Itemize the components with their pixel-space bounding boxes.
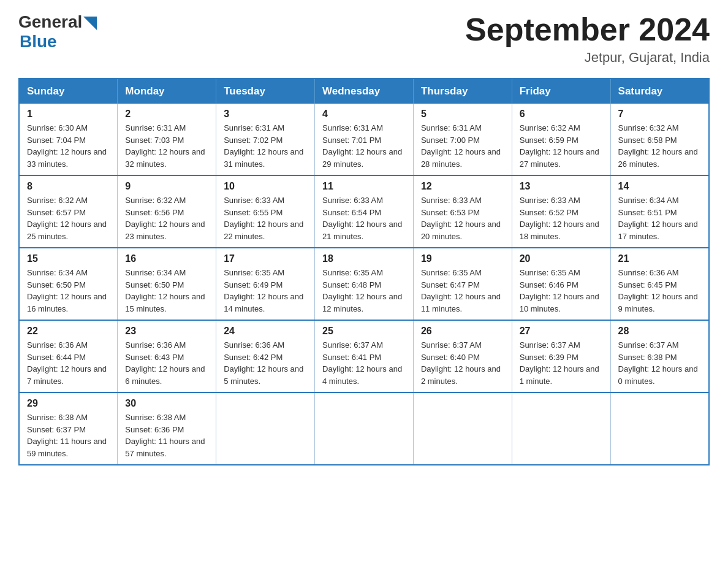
header-sunday: Sunday bbox=[19, 79, 118, 104]
day-number: 7 bbox=[618, 109, 701, 120]
day-number: 18 bbox=[322, 253, 406, 264]
day-info: Sunrise: 6:37 AMSunset: 6:39 PMDaylight:… bbox=[520, 339, 603, 387]
calendar-cell: 21Sunrise: 6:36 AMSunset: 6:45 PMDayligh… bbox=[610, 248, 709, 320]
calendar-cell: 29Sunrise: 6:38 AMSunset: 6:37 PMDayligh… bbox=[19, 393, 118, 465]
calendar-cell: 23Sunrise: 6:36 AMSunset: 6:43 PMDayligh… bbox=[118, 320, 216, 393]
day-info: Sunrise: 6:30 AMSunset: 7:04 PMDaylight:… bbox=[27, 122, 110, 170]
day-number: 15 bbox=[27, 253, 110, 264]
day-info: Sunrise: 6:33 AMSunset: 6:53 PMDaylight:… bbox=[421, 194, 504, 242]
day-info: Sunrise: 6:38 AMSunset: 6:37 PMDaylight:… bbox=[27, 412, 110, 459]
day-info: Sunrise: 6:37 AMSunset: 6:38 PMDaylight:… bbox=[618, 339, 701, 387]
calendar-cell: 8Sunrise: 6:32 AMSunset: 6:57 PMDaylight… bbox=[19, 175, 118, 248]
day-number: 20 bbox=[520, 253, 603, 264]
day-info: Sunrise: 6:36 AMSunset: 6:42 PMDaylight:… bbox=[224, 339, 307, 387]
day-number: 10 bbox=[224, 181, 307, 192]
calendar-cell: 1Sunrise: 6:30 AMSunset: 7:04 PMDaylight… bbox=[19, 104, 118, 175]
calendar-cell: 17Sunrise: 6:35 AMSunset: 6:49 PMDayligh… bbox=[216, 248, 315, 320]
day-info: Sunrise: 6:33 AMSunset: 6:54 PMDaylight:… bbox=[322, 194, 406, 242]
calendar-cell: 10Sunrise: 6:33 AMSunset: 6:55 PMDayligh… bbox=[216, 175, 315, 248]
day-number: 3 bbox=[224, 109, 307, 120]
location-title: Jetpur, Gujarat, India bbox=[465, 50, 710, 66]
day-number: 30 bbox=[125, 398, 208, 409]
calendar-cell: 11Sunrise: 6:33 AMSunset: 6:54 PMDayligh… bbox=[315, 175, 414, 248]
logo-triangle-icon bbox=[83, 17, 97, 30]
day-number: 8 bbox=[27, 181, 110, 192]
calendar-week-row-3: 15Sunrise: 6:34 AMSunset: 6:50 PMDayligh… bbox=[19, 248, 709, 320]
day-info: Sunrise: 6:35 AMSunset: 6:49 PMDaylight:… bbox=[224, 267, 307, 315]
day-info: Sunrise: 6:31 AMSunset: 7:00 PMDaylight:… bbox=[421, 122, 504, 170]
calendar-cell: 15Sunrise: 6:34 AMSunset: 6:50 PMDayligh… bbox=[19, 248, 118, 320]
header-thursday: Thursday bbox=[413, 79, 512, 104]
calendar-week-row-2: 8Sunrise: 6:32 AMSunset: 6:57 PMDaylight… bbox=[19, 175, 709, 248]
calendar-cell: 22Sunrise: 6:36 AMSunset: 6:44 PMDayligh… bbox=[19, 320, 118, 393]
calendar-cell: 26Sunrise: 6:37 AMSunset: 6:40 PMDayligh… bbox=[413, 320, 512, 393]
calendar-cell: 2Sunrise: 6:31 AMSunset: 7:03 PMDaylight… bbox=[118, 104, 216, 175]
day-number: 1 bbox=[27, 109, 110, 120]
header-saturday: Saturday bbox=[610, 79, 709, 104]
calendar-cell: 18Sunrise: 6:35 AMSunset: 6:48 PMDayligh… bbox=[315, 248, 414, 320]
day-info: Sunrise: 6:33 AMSunset: 6:55 PMDaylight:… bbox=[224, 194, 307, 242]
calendar-cell: 16Sunrise: 6:34 AMSunset: 6:50 PMDayligh… bbox=[118, 248, 216, 320]
day-info: Sunrise: 6:34 AMSunset: 6:50 PMDaylight:… bbox=[125, 267, 208, 315]
calendar-cell: 25Sunrise: 6:37 AMSunset: 6:41 PMDayligh… bbox=[315, 320, 414, 393]
header-wednesday: Wednesday bbox=[315, 79, 414, 104]
header-friday: Friday bbox=[512, 79, 610, 104]
day-info: Sunrise: 6:31 AMSunset: 7:02 PMDaylight:… bbox=[224, 122, 307, 170]
day-info: Sunrise: 6:32 AMSunset: 6:57 PMDaylight:… bbox=[27, 194, 110, 242]
day-number: 22 bbox=[27, 326, 110, 337]
day-info: Sunrise: 6:38 AMSunset: 6:36 PMDaylight:… bbox=[125, 412, 208, 459]
calendar-cell bbox=[413, 393, 512, 465]
day-number: 26 bbox=[421, 326, 504, 337]
calendar-cell: 4Sunrise: 6:31 AMSunset: 7:01 PMDaylight… bbox=[315, 104, 414, 175]
calendar-cell: 13Sunrise: 6:33 AMSunset: 6:52 PMDayligh… bbox=[512, 175, 610, 248]
day-number: 23 bbox=[125, 326, 208, 337]
day-info: Sunrise: 6:35 AMSunset: 6:48 PMDaylight:… bbox=[322, 267, 406, 315]
logo: General Blue bbox=[18, 12, 97, 52]
day-info: Sunrise: 6:36 AMSunset: 6:45 PMDaylight:… bbox=[618, 267, 701, 315]
logo-blue-text: Blue bbox=[20, 32, 57, 51]
calendar-week-row-4: 22Sunrise: 6:36 AMSunset: 6:44 PMDayligh… bbox=[19, 320, 709, 393]
day-number: 24 bbox=[224, 326, 307, 337]
day-info: Sunrise: 6:34 AMSunset: 6:51 PMDaylight:… bbox=[618, 194, 701, 242]
day-info: Sunrise: 6:34 AMSunset: 6:50 PMDaylight:… bbox=[27, 267, 110, 315]
header-tuesday: Tuesday bbox=[216, 79, 315, 104]
day-info: Sunrise: 6:32 AMSunset: 6:56 PMDaylight:… bbox=[125, 194, 208, 242]
calendar-cell: 12Sunrise: 6:33 AMSunset: 6:53 PMDayligh… bbox=[413, 175, 512, 248]
day-info: Sunrise: 6:35 AMSunset: 6:46 PMDaylight:… bbox=[520, 267, 603, 315]
calendar-table: SundayMondayTuesdayWednesdayThursdayFrid… bbox=[18, 78, 710, 465]
day-number: 14 bbox=[618, 181, 701, 192]
calendar-cell: 7Sunrise: 6:32 AMSunset: 6:58 PMDaylight… bbox=[610, 104, 709, 175]
day-number: 19 bbox=[421, 253, 504, 264]
day-number: 25 bbox=[322, 326, 406, 337]
calendar-cell bbox=[610, 393, 709, 465]
calendar-week-row-5: 29Sunrise: 6:38 AMSunset: 6:37 PMDayligh… bbox=[19, 393, 709, 465]
day-info: Sunrise: 6:36 AMSunset: 6:44 PMDaylight:… bbox=[27, 339, 110, 387]
day-info: Sunrise: 6:31 AMSunset: 7:01 PMDaylight:… bbox=[322, 122, 406, 170]
calendar-cell: 20Sunrise: 6:35 AMSunset: 6:46 PMDayligh… bbox=[512, 248, 610, 320]
day-number: 5 bbox=[421, 109, 504, 120]
month-title: September 2024 bbox=[465, 12, 710, 47]
day-info: Sunrise: 6:33 AMSunset: 6:52 PMDaylight:… bbox=[520, 194, 603, 242]
day-number: 2 bbox=[125, 109, 208, 120]
day-number: 29 bbox=[27, 398, 110, 409]
calendar-cell: 19Sunrise: 6:35 AMSunset: 6:47 PMDayligh… bbox=[413, 248, 512, 320]
calendar-cell: 24Sunrise: 6:36 AMSunset: 6:42 PMDayligh… bbox=[216, 320, 315, 393]
svg-marker-0 bbox=[83, 17, 97, 30]
day-number: 28 bbox=[618, 326, 701, 337]
calendar-cell bbox=[216, 393, 315, 465]
day-info: Sunrise: 6:37 AMSunset: 6:40 PMDaylight:… bbox=[421, 339, 504, 387]
day-number: 16 bbox=[125, 253, 208, 264]
day-number: 12 bbox=[421, 181, 504, 192]
calendar-cell: 27Sunrise: 6:37 AMSunset: 6:39 PMDayligh… bbox=[512, 320, 610, 393]
header-monday: Monday bbox=[118, 79, 216, 104]
calendar-cell: 14Sunrise: 6:34 AMSunset: 6:51 PMDayligh… bbox=[610, 175, 709, 248]
calendar-cell bbox=[315, 393, 414, 465]
calendar-header-row: SundayMondayTuesdayWednesdayThursdayFrid… bbox=[19, 79, 709, 104]
day-number: 13 bbox=[520, 181, 603, 192]
calendar-cell: 28Sunrise: 6:37 AMSunset: 6:38 PMDayligh… bbox=[610, 320, 709, 393]
day-number: 6 bbox=[520, 109, 603, 120]
title-section: September 2024 Jetpur, Gujarat, India bbox=[465, 12, 710, 66]
day-info: Sunrise: 6:32 AMSunset: 6:58 PMDaylight:… bbox=[618, 122, 701, 170]
day-number: 21 bbox=[618, 253, 701, 264]
day-number: 9 bbox=[125, 181, 208, 192]
